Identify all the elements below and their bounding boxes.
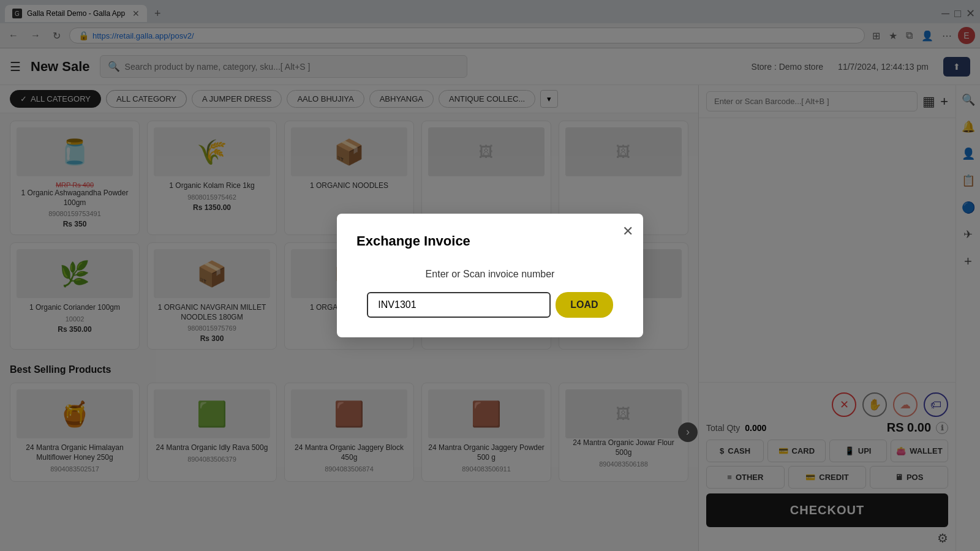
exchange-invoice-modal: Exchange Invoice ✕ Enter or Scan invoice… [337, 214, 643, 337]
modal-title: Exchange Invoice [356, 233, 624, 249]
modal-close-button[interactable]: ✕ [622, 223, 633, 239]
modal-label: Enter or Scan invoice number [356, 269, 624, 280]
load-button[interactable]: LOAD [556, 292, 612, 318]
invoice-number-input[interactable] [367, 292, 551, 318]
modal-input-row: LOAD [356, 292, 624, 318]
modal-overlay[interactable]: Exchange Invoice ✕ Enter or Scan invoice… [0, 0, 980, 551]
